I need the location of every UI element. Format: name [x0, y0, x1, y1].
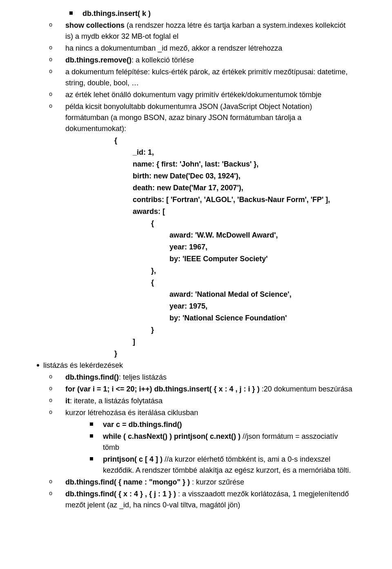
line-text: death: new Date('Mar 17, 2007'),	[133, 182, 355, 193]
doc-line: while ( c.hasNext() ) printjson( c.next(…	[37, 431, 355, 453]
circle-bullet-icon: o	[49, 90, 55, 99]
doc-line: _id: 1,	[37, 147, 355, 158]
doc-line: }	[37, 348, 355, 359]
line-text: példa kicsit bonyolultabb dokumentumra J…	[65, 101, 355, 134]
line-text: for (var i = 1; i <= 20; i++) db.things.…	[65, 384, 355, 395]
line-text: var c = db.things.find()	[103, 419, 355, 430]
doc-line: ]	[37, 336, 355, 347]
doc-line: by: 'IEEE Computer Society'	[37, 253, 355, 264]
doc-line: db.things.insert( k )	[37, 8, 355, 19]
doc-line: oit: iterate, a listázás folytatása	[37, 396, 355, 407]
line-text: by: 'IEEE Computer Society'	[169, 253, 355, 264]
doc-line: odb.things.remove(): a kollekció törlése	[37, 55, 355, 66]
line-text: {	[151, 218, 355, 229]
doc-line: listázás és lekérdezések	[37, 360, 355, 371]
doc-line: oa dokumentum felépítése: kulcs-érték pá…	[37, 67, 355, 89]
line-text: a dokumentum felépítése: kulcs-érték pár…	[65, 67, 355, 89]
line-text: }	[151, 325, 355, 336]
square-bullet-icon	[90, 422, 93, 426]
doc-line: name: { first: 'John', last: 'Backus' },	[37, 159, 355, 170]
doc-line: birth: new Date('Dec 03, 1924'),	[37, 171, 355, 182]
line-text: {	[114, 135, 355, 146]
line-text: year: 1975,	[169, 301, 355, 312]
doc-line: odb.things.find(): teljes listázás	[37, 372, 355, 383]
line-text: it: iterate, a listázás folytatása	[65, 396, 355, 407]
circle-bullet-icon: o	[49, 373, 55, 381]
circle-bullet-icon: o	[49, 478, 55, 486]
circle-bullet-icon: o	[49, 56, 55, 64]
circle-bullet-icon: o	[49, 102, 55, 111]
line-text: contribs: [ 'Fortran', 'ALGOL', 'Backus-…	[133, 194, 355, 205]
doc-line: award: 'National Medal of Science',	[37, 289, 355, 300]
doc-line: contribs: [ 'Fortran', 'ALGOL', 'Backus-…	[37, 194, 355, 205]
line-text: listázás és lekérdezések	[43, 360, 355, 371]
line-text: ha nincs a dokumentumban _id mező, akkor…	[65, 43, 355, 54]
line-text: while ( c.hasNext() ) printjson( c.next(…	[103, 431, 355, 453]
doc-line: printjson( c [ 4 ] ) //a kurzor elérhető…	[37, 454, 355, 476]
line-text: db.things.find(): teljes listázás	[65, 372, 355, 383]
line-text: },	[151, 265, 355, 276]
line-text: db.things.find( { x : 4 } , { j : 1 } ) …	[65, 489, 355, 511]
line-text: birth: new Date('Dec 03, 1924'),	[133, 171, 355, 182]
circle-bullet-icon: o	[49, 44, 55, 52]
doc-line: var c = db.things.find()	[37, 419, 355, 430]
doc-line: odb.things.find( { name : "mongo" } ) : …	[37, 477, 355, 488]
doc-line: ofor (var i = 1; i <= 20; i++) db.things…	[37, 384, 355, 395]
line-text: award: 'National Medal of Science',	[169, 289, 355, 300]
disc-bullet-icon	[37, 364, 39, 367]
doc-line: }	[37, 325, 355, 336]
doc-line: opélda kicsit bonyolultabb dokumentumra …	[37, 101, 355, 134]
document-body: db.things.insert( k )oshow collections (…	[37, 8, 355, 511]
circle-bullet-icon: o	[49, 489, 55, 498]
doc-line: okurzor létrehozása és iterálása ciklusb…	[37, 407, 355, 418]
doc-line: oshow collections (a rendszer hozza létr…	[37, 20, 355, 42]
line-text: awards: [	[133, 206, 355, 217]
line-text: show collections (a rendszer hozza létre…	[65, 20, 355, 42]
square-bullet-icon	[90, 457, 93, 460]
circle-bullet-icon: o	[49, 396, 55, 405]
line-text: kurzor létrehozása és iterálása ciklusba…	[65, 407, 355, 418]
line-text: db.things.remove(): a kollekció törlése	[65, 55, 355, 66]
doc-line: death: new Date('Mar 17, 2007'),	[37, 182, 355, 193]
doc-line: award: 'W.W. McDowell Award',	[37, 230, 355, 241]
line-text: ]	[133, 336, 355, 347]
line-text: name: { first: 'John', last: 'Backus' },	[133, 159, 355, 170]
circle-bullet-icon: o	[49, 67, 55, 76]
circle-bullet-icon: o	[49, 21, 55, 29]
line-text: by: 'National Science Foundation'	[169, 313, 355, 324]
doc-line: year: 1975,	[37, 301, 355, 312]
line-text: printjson( c [ 4 ] ) //a kurzor elérhető…	[103, 454, 355, 476]
square-bullet-icon	[90, 434, 93, 438]
circle-bullet-icon: o	[49, 385, 55, 393]
doc-line: },	[37, 265, 355, 276]
doc-line: {	[37, 277, 355, 288]
doc-line: year: 1967,	[37, 242, 355, 253]
doc-line: awards: [	[37, 206, 355, 217]
doc-line: by: 'National Science Foundation'	[37, 313, 355, 324]
line-text: _id: 1,	[133, 147, 355, 158]
line-text: year: 1967,	[169, 242, 355, 253]
line-text: }	[114, 348, 355, 359]
doc-line: {	[37, 135, 355, 146]
square-bullet-icon	[69, 11, 73, 15]
circle-bullet-icon: o	[49, 408, 55, 417]
line-text: db.things.find( { name : "mongo" } ) : k…	[65, 477, 355, 488]
doc-line: {	[37, 218, 355, 229]
line-text: {	[151, 277, 355, 288]
line-text: db.things.insert( k )	[82, 8, 355, 19]
line-text: award: 'W.W. McDowell Award',	[169, 230, 355, 241]
line-text: az érték lehet önálló dokumentum vagy pr…	[65, 89, 355, 100]
doc-line: odb.things.find( { x : 4 } , { j : 1 } )…	[37, 489, 355, 511]
doc-line: oha nincs a dokumentumban _id mező, akko…	[37, 43, 355, 54]
doc-line: oaz érték lehet önálló dokumentum vagy p…	[37, 89, 355, 100]
